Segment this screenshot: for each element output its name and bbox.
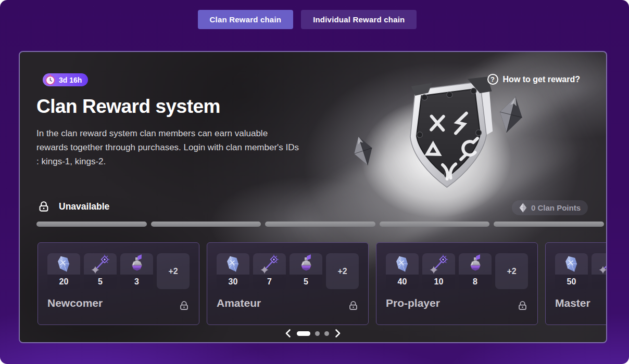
potion-icon [290,253,322,275]
tab-clan-reward-chain[interactable]: Clan Reward chain [198,10,294,29]
wand-icon [422,253,455,275]
reward-count: 20 [47,275,80,289]
carousel-prev-button[interactable] [284,329,292,338]
lock-icon [348,300,359,311]
page-description: In the clan reward system clan members c… [36,126,299,168]
carousel-page-active[interactable] [297,331,310,336]
reward-items: 40 10 8 +2 [386,253,528,289]
reward-items: 30 7 5 +2 [217,253,359,289]
clan-reward-panel: 3d 16h Clan Reward system In the clan re… [19,51,607,343]
more-rewards-tile[interactable]: +2 [326,253,359,289]
crystal-icon [47,253,80,275]
progress-bar [36,222,604,227]
reward-item: 40 [386,253,419,289]
progress-segment [380,222,490,227]
reward-count: 30 [217,275,249,289]
status-row: Unavailable [37,200,109,213]
reward-item: 50 [555,253,588,289]
reward-count: 5 [290,275,322,289]
reward-items: 50 [555,253,607,289]
reward-item [592,253,607,289]
reward-item: 8 [459,253,492,289]
tab-individual-reward-chain[interactable]: Individual Reward chain [301,10,417,29]
reward-count: 8 [459,275,492,289]
reward-item: 3 [120,253,153,289]
timer-badge: 3d 16h [43,73,88,86]
more-rewards-tile[interactable]: +2 [495,253,528,289]
more-rewards-tile[interactable]: +2 [157,253,190,289]
reward-count: 3 [120,275,153,289]
reward-page: Clan Reward chain Individual Reward chai… [0,0,629,364]
card-title: Newcomer [47,297,103,309]
card-title: Master [555,297,590,309]
reward-count: 40 [386,275,419,289]
how-to-get-reward-link[interactable]: ? How to get reward? [487,74,580,85]
lock-icon [37,200,50,213]
timer-badge-label: 3d 16h [59,76,82,84]
lock-icon [179,300,190,311]
shield-artwork [389,72,499,204]
reward-count: 5 [84,275,117,289]
page-title: Clan Reward system [36,96,220,118]
crystal-icon [555,253,588,275]
chevron-left-icon [285,329,291,338]
gem-icon [519,203,527,213]
wand-icon [592,253,607,275]
reward-item: 30 [217,253,249,289]
progress-segment [494,222,604,227]
reward-item: 7 [253,253,286,289]
reward-count: 50 [555,275,588,289]
reward-card-master[interactable]: 50 Master [545,242,607,325]
stopwatch-icon [45,74,56,85]
carousel-next-button[interactable] [334,329,342,338]
reward-count [592,275,607,289]
crystal-icon [217,253,249,275]
reward-item: 20 [47,253,80,289]
progress-segment [151,222,261,227]
card-title: Amateur [217,297,261,309]
crystal-icon [386,253,419,275]
carousel-page-dot[interactable] [315,331,320,336]
reward-items: 20 5 3 +2 [47,253,190,289]
clan-points-badge: 0 Clan Points [512,200,588,215]
reward-item: 5 [290,253,322,289]
potion-icon [120,253,153,275]
chevron-right-icon [335,329,341,338]
status-badge: Unavailable [59,201,109,212]
lock-icon [517,300,528,311]
question-mark-icon: ? [487,74,498,85]
carousel-controls [284,329,342,338]
reward-card-newcomer[interactable]: 20 5 3 +2 Newcomer [37,242,199,325]
wand-icon [84,253,117,275]
reward-item: 5 [84,253,117,289]
progress-segment [36,222,147,227]
reward-card-pro-player[interactable]: 40 10 8 +2 Pro-player [376,242,538,325]
card-title: Pro-player [386,297,440,309]
reward-card-amateur[interactable]: 30 7 5 +2 Amateur [207,242,369,325]
potion-icon [459,253,492,275]
help-label: How to get reward? [503,75,580,84]
clan-points-label: 0 Clan Points [531,203,581,212]
reward-count: 10 [422,275,455,289]
reward-count: 7 [253,275,286,289]
wand-icon [253,253,286,275]
reward-chain-tabs: Clan Reward chain Individual Reward chai… [0,10,622,29]
progress-segment [265,222,375,227]
reward-item: 10 [422,253,455,289]
carousel-page-dot[interactable] [324,331,329,336]
